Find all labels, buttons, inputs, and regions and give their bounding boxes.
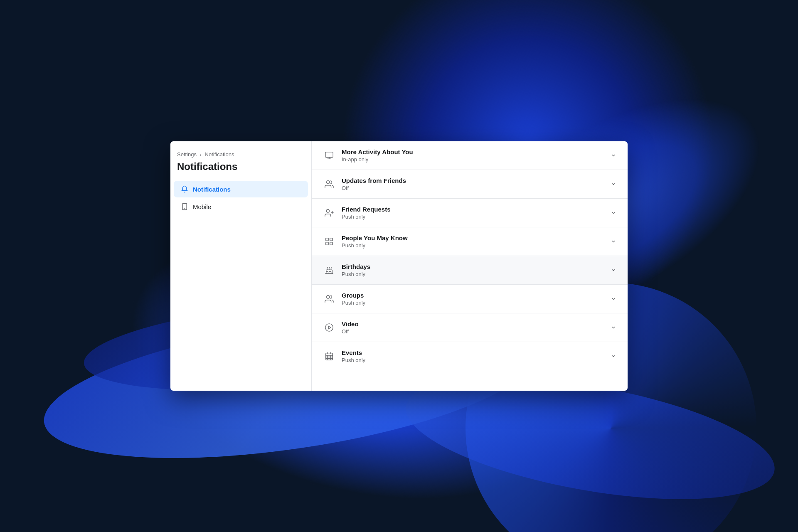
svg-point-5 bbox=[327, 181, 330, 184]
activity-icon bbox=[322, 148, 337, 163]
breadcrumb-separator: › bbox=[200, 151, 202, 158]
people-may-know-title: People You May Know bbox=[342, 234, 609, 241]
sidebar: Settings › Notifications Notifications N… bbox=[170, 141, 312, 391]
updates-friends-title: Updates from Friends bbox=[342, 177, 609, 184]
friends-icon bbox=[322, 177, 337, 192]
video-subtitle: Off bbox=[342, 328, 609, 335]
svg-rect-9 bbox=[326, 238, 328, 241]
svg-point-6 bbox=[326, 209, 329, 212]
notification-row-birthdays[interactable]: Birthdays Push only bbox=[312, 256, 628, 285]
svg-rect-12 bbox=[326, 242, 328, 245]
birthday-icon bbox=[322, 263, 337, 278]
video-chevron bbox=[609, 323, 618, 332]
page-title: Notifications bbox=[170, 161, 311, 179]
birthdays-title: Birthdays bbox=[342, 263, 609, 270]
friend-requests-title: Friend Requests bbox=[342, 206, 609, 213]
breadcrumb-settings: Settings bbox=[177, 151, 197, 158]
groups-chevron bbox=[609, 295, 618, 303]
mobile-icon bbox=[180, 202, 189, 211]
friend-requests-subtitle: Push only bbox=[342, 214, 609, 220]
friend-requests-chevron bbox=[609, 209, 618, 217]
notification-row-updates-friends[interactable]: Updates from Friends Off bbox=[312, 170, 628, 199]
events-text: Events Push only bbox=[342, 349, 609, 363]
groups-title: Groups bbox=[342, 292, 609, 299]
sidebar-item-notifications[interactable]: Notifications bbox=[174, 181, 308, 197]
friend-request-icon bbox=[322, 205, 337, 220]
main-content: More Activity About You In-app only bbox=[312, 141, 628, 391]
breadcrumb-current: Notifications bbox=[205, 151, 234, 158]
sidebar-item-mobile-label: Mobile bbox=[193, 203, 211, 210]
updates-friends-subtitle: Off bbox=[342, 185, 609, 191]
notification-row-events[interactable]: Events Push only bbox=[312, 342, 628, 370]
notification-row-friend-requests[interactable]: Friend Requests Push only bbox=[312, 199, 628, 227]
more-activity-subtitle: In-app only bbox=[342, 156, 609, 163]
svg-rect-10 bbox=[330, 238, 332, 241]
events-icon bbox=[322, 349, 337, 364]
svg-point-13 bbox=[327, 296, 330, 298]
svg-marker-15 bbox=[328, 326, 331, 329]
notification-row-video[interactable]: Video Off bbox=[312, 313, 628, 342]
breadcrumb: Settings › Notifications bbox=[170, 151, 311, 161]
svg-rect-11 bbox=[330, 242, 332, 245]
people-may-know-subtitle: Push only bbox=[342, 242, 609, 249]
sidebar-item-mobile[interactable]: Mobile bbox=[174, 198, 308, 215]
video-icon bbox=[322, 320, 337, 335]
bell-icon bbox=[180, 185, 189, 193]
notification-row-people-may-know[interactable]: People You May Know Push only bbox=[312, 227, 628, 256]
notification-row-more-activity[interactable]: More Activity About You In-app only bbox=[312, 141, 628, 170]
more-activity-chevron bbox=[609, 151, 618, 160]
notification-row-groups[interactable]: Groups Push only bbox=[312, 285, 628, 313]
updates-friends-chevron bbox=[609, 180, 618, 188]
people-icon bbox=[322, 234, 337, 249]
groups-subtitle: Push only bbox=[342, 300, 609, 306]
settings-window: Settings › Notifications Notifications N… bbox=[170, 141, 628, 391]
more-activity-text: More Activity About You In-app only bbox=[342, 148, 609, 163]
events-subtitle: Push only bbox=[342, 357, 609, 363]
people-may-know-chevron bbox=[609, 237, 618, 246]
updates-friends-text: Updates from Friends Off bbox=[342, 177, 609, 191]
people-may-know-text: People You May Know Push only bbox=[342, 234, 609, 249]
groups-text: Groups Push only bbox=[342, 292, 609, 306]
video-text: Video Off bbox=[342, 320, 609, 335]
sidebar-item-notifications-label: Notifications bbox=[193, 186, 231, 193]
events-chevron bbox=[609, 352, 618, 360]
groups-icon bbox=[322, 291, 337, 306]
svg-rect-16 bbox=[326, 353, 333, 360]
friend-requests-text: Friend Requests Push only bbox=[342, 206, 609, 220]
birthdays-chevron bbox=[609, 266, 618, 274]
svg-rect-2 bbox=[325, 152, 333, 158]
events-title: Events bbox=[342, 349, 609, 356]
birthdays-text: Birthdays Push only bbox=[342, 263, 609, 277]
more-activity-title: More Activity About You bbox=[342, 148, 609, 155]
birthdays-subtitle: Push only bbox=[342, 271, 609, 277]
video-title: Video bbox=[342, 320, 609, 328]
svg-point-14 bbox=[325, 324, 333, 331]
sidebar-navigation: Notifications Mobile bbox=[170, 181, 311, 215]
